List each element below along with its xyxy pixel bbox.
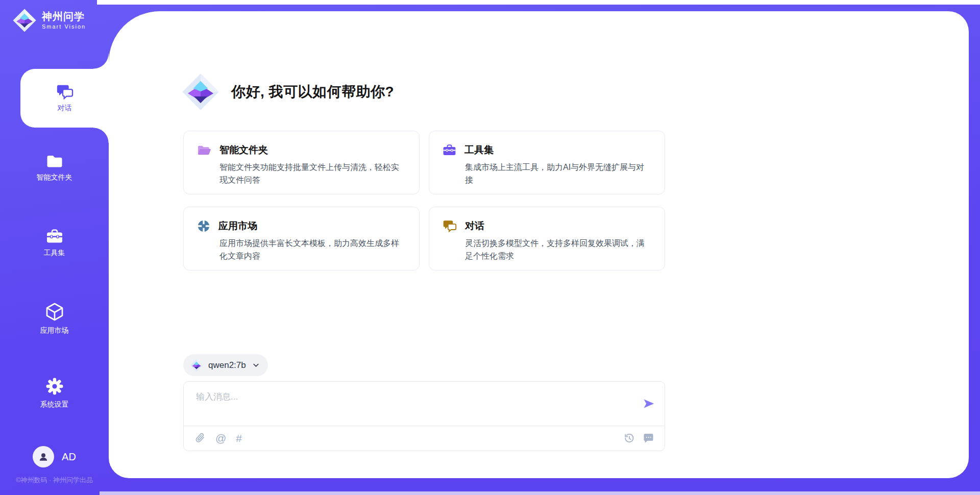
paperclip-icon [195,432,206,444]
model-selector[interactable]: qwen2:7b [183,354,268,376]
sidebar-item-label: 工具集 [44,249,65,258]
sidebar-item-folders[interactable]: 智能文件夹 [0,154,109,182]
card-description: 集成市场上主流工具，助力AI与外界无缝扩展与对接 [465,161,652,187]
brand-logo: 神州问学 Smart Vision [12,8,86,33]
copyright-footer: ©神州数码 · 神州问学出品 [0,476,109,485]
chat-bubble-icon [643,433,654,443]
card-description: 应用市场提供丰富长文本模板，助力高效生成多样化文章内容 [219,237,407,263]
card-title: 工具集 [464,143,494,157]
model-logo-icon [190,359,203,372]
sidebar-item-chat[interactable]: 对话 [20,69,109,128]
sidebar: 神州问学 Smart Vision 对话 智能文件夹 工具集 [0,0,109,495]
input-toolbar: @ # [195,432,242,444]
send-icon [642,397,655,410]
grid-icon [197,219,210,233]
input-divider [184,426,665,426]
attach-file-button[interactable] [195,432,206,444]
sidebar-item-settings[interactable]: 系统设置 [0,377,109,409]
assistant-logo-icon [181,72,220,111]
send-button[interactable] [642,397,655,410]
card-smart-folder[interactable]: 智能文件夹 智能文件夹功能支持批量文件上传与清洗，轻松实现文件问答 [183,131,420,194]
greeting-text: 你好, 我可以如何帮助你? [231,82,394,102]
cube-icon [45,302,64,321]
card-chat[interactable]: 对话 灵活切换多模型文件，支持多样回复效果调试，满足个性化需求 [429,207,665,270]
folder-open-icon [197,144,211,156]
diamond-logo-icon [12,8,37,33]
user-name: AD [62,451,76,463]
toolbox-icon [46,229,63,244]
person-icon [37,451,50,463]
conversations-button[interactable] [643,433,654,443]
card-title: 对话 [465,219,484,233]
sidebar-item-market[interactable]: 应用市场 [0,302,109,335]
card-description: 灵活切换多模型文件，支持多样回复效果调试，满足个性化需求 [465,237,652,263]
sidebar-item-label: 对话 [58,104,72,113]
model-name: qwen2:7b [208,360,246,370]
chat-icon [56,84,74,100]
at-mention-button[interactable]: @ [215,433,226,443]
avatar [33,446,54,467]
sidebar-item-label: 应用市场 [40,326,69,335]
card-title: 智能文件夹 [219,143,268,157]
message-input-box: @ # [183,381,665,451]
sidebar-item-label: 系统设置 [40,400,69,409]
top-edge-strip [97,0,980,5]
chevron-down-icon [251,360,261,370]
hash-tag-button[interactable]: # [236,433,242,443]
card-description: 智能文件夹功能支持批量文件上传与清洗，轻松实现文件问答 [219,161,407,187]
brand-name: 神州问学 [42,11,86,22]
sidebar-item-tools[interactable]: 工具集 [0,229,109,258]
card-title: 应用市场 [218,219,257,233]
welcome-header: 你好, 我可以如何帮助你? [181,72,394,111]
input-right-actions [623,432,654,444]
user-account[interactable]: AD [0,446,109,467]
history-icon [623,432,635,444]
brand-subtitle: Smart Vision [42,23,86,30]
toolbox-icon [443,144,456,156]
history-button[interactable] [623,432,635,444]
feature-cards: 智能文件夹 智能文件夹功能支持批量文件上传与清洗，轻松实现文件问答 工具集 集成… [183,131,665,270]
chat-icon [443,219,457,233]
message-input[interactable] [195,390,636,424]
bottom-scrollbar-strip[interactable] [100,491,980,495]
folder-icon [46,154,63,168]
card-toolset[interactable]: 工具集 集成市场上主流工具，助力AI与外界无缝扩展与对接 [429,131,665,194]
sidebar-item-label: 智能文件夹 [37,173,72,182]
card-app-market[interactable]: 应用市场 应用市场提供丰富长文本模板，助力高效生成多样化文章内容 [183,207,420,270]
gear-icon [45,377,64,395]
